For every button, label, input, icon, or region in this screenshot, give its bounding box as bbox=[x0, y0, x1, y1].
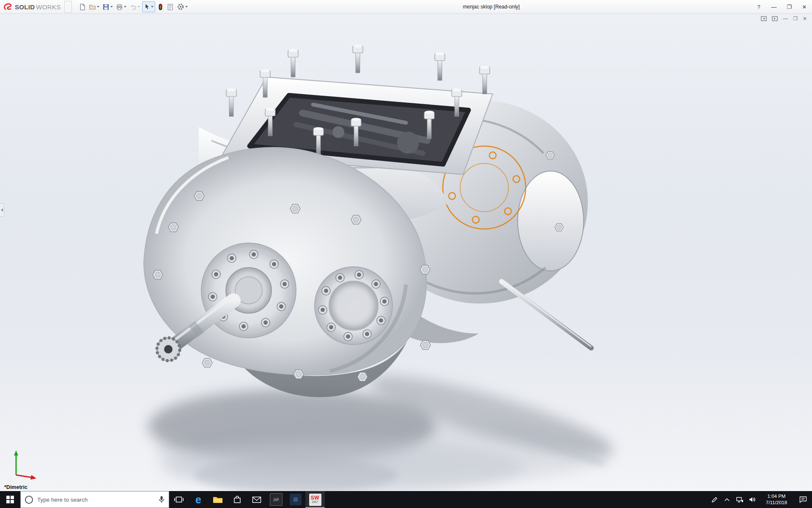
pen-icon bbox=[711, 497, 718, 503]
print-button[interactable] bbox=[115, 1, 127, 12]
doc-restore-button[interactable]: ❐ bbox=[793, 16, 798, 21]
undo-button[interactable] bbox=[129, 1, 141, 12]
mail-button[interactable] bbox=[247, 491, 266, 508]
taskbar-search[interactable] bbox=[20, 491, 169, 508]
mail-envelope-icon bbox=[252, 496, 261, 503]
brand-text-solid: SOLID bbox=[15, 3, 35, 11]
windows-taskbar: e bbox=[0, 491, 812, 508]
save-button[interactable] bbox=[102, 1, 114, 12]
doc-close-button[interactable]: ✕ bbox=[803, 16, 807, 21]
file-explorer-icon bbox=[213, 496, 223, 504]
title-bar: SOLIDWORKS bbox=[0, 0, 812, 14]
taskbar-clock[interactable]: 1:04 PM 7/11/2018 bbox=[759, 491, 794, 508]
save-dropdown-arrow[interactable] bbox=[110, 6, 113, 8]
gearbox-assembly-model[interactable] bbox=[0, 14, 812, 491]
side-bore-flange[interactable] bbox=[315, 267, 392, 345]
windows-logo-icon bbox=[6, 496, 14, 503]
chevron-up-icon bbox=[724, 498, 730, 501]
new-document-icon bbox=[79, 3, 86, 11]
pinned-app-2-button[interactable] bbox=[286, 491, 305, 508]
select-cursor-icon bbox=[144, 3, 150, 10]
close-button[interactable]: ✕ bbox=[797, 0, 812, 14]
open-button[interactable] bbox=[88, 1, 100, 12]
panel-collapse-tab[interactable] bbox=[0, 203, 4, 217]
clock-date: 7/11/2018 bbox=[766, 500, 787, 506]
undo-dropdown-arrow[interactable] bbox=[137, 6, 140, 8]
menu-flyout-button[interactable] bbox=[64, 1, 72, 13]
select-tool-button[interactable] bbox=[142, 1, 155, 12]
options-button[interactable] bbox=[176, 1, 189, 12]
help-button[interactable]: ? bbox=[751, 0, 766, 14]
open-dropdown-arrow[interactable] bbox=[97, 6, 99, 8]
reference-triad bbox=[6, 441, 40, 480]
store-button[interactable] bbox=[228, 491, 247, 508]
document-window-controls: — ❐ ✕ bbox=[761, 16, 807, 21]
file-explorer-button[interactable] bbox=[208, 491, 228, 508]
start-button[interactable] bbox=[0, 491, 20, 508]
search-input[interactable] bbox=[36, 496, 155, 503]
pinned-app-2-icon bbox=[290, 494, 302, 505]
pinned-app-1-icon bbox=[270, 493, 283, 506]
new-document-button[interactable] bbox=[78, 1, 87, 12]
network-button[interactable] bbox=[733, 491, 746, 508]
x-axis-arrow bbox=[16, 475, 32, 478]
sw-label: SW bbox=[311, 495, 319, 500]
brand-text-works: WORKS bbox=[36, 3, 60, 11]
volume-button[interactable] bbox=[746, 491, 759, 508]
store-bag-icon bbox=[233, 495, 241, 504]
pinned-app-1-button[interactable] bbox=[266, 491, 286, 508]
windows-ink-button[interactable] bbox=[708, 491, 721, 508]
print-icon bbox=[116, 3, 123, 11]
open-icon bbox=[89, 3, 96, 11]
task-view-icon bbox=[174, 496, 184, 503]
output-shaft[interactable] bbox=[502, 280, 591, 348]
print-dropdown-arrow[interactable] bbox=[124, 6, 126, 8]
action-center-button[interactable] bbox=[794, 491, 812, 508]
bearing-flange-front[interactable] bbox=[201, 243, 296, 338]
view-orientation-label: *Dimetric bbox=[4, 484, 27, 490]
options-dropdown-arrow[interactable] bbox=[185, 6, 188, 8]
solidworks-taskbar-button[interactable]: SW 2017 bbox=[305, 491, 325, 508]
options-gear-icon bbox=[177, 3, 184, 11]
x-axis-arrowhead bbox=[30, 475, 36, 480]
task-view-button[interactable] bbox=[169, 491, 189, 508]
undo-icon bbox=[129, 3, 137, 11]
display-pane-right-icon[interactable] bbox=[772, 16, 778, 21]
edge-icon: e bbox=[195, 494, 201, 505]
hidden-icons-button[interactable] bbox=[721, 491, 733, 508]
window-controls: ? — ❐ ✕ bbox=[751, 0, 812, 14]
save-icon bbox=[102, 3, 110, 11]
action-center-icon bbox=[799, 496, 807, 503]
microphone-icon[interactable] bbox=[159, 496, 165, 503]
cortana-icon bbox=[25, 496, 33, 504]
solidworks-logo: SOLIDWORKS bbox=[0, 0, 63, 14]
collapse-arrow-icon bbox=[1, 208, 3, 212]
sw-year-label: 2017 bbox=[312, 501, 318, 504]
document-title: menjac sklop [Read-only] bbox=[463, 0, 520, 14]
speaker-icon bbox=[749, 497, 756, 502]
solidworks-window: SOLIDWORKS bbox=[0, 0, 812, 508]
rebuild-button[interactable] bbox=[156, 1, 165, 12]
select-dropdown-arrow[interactable] bbox=[151, 6, 154, 8]
solidworks-app-icon: SW 2017 bbox=[309, 494, 321, 506]
system-tray: 1:04 PM 7/11/2018 bbox=[708, 491, 812, 508]
ds-logo-icon bbox=[3, 2, 14, 11]
edge-button[interactable]: e bbox=[189, 491, 208, 508]
clock-time: 1:04 PM bbox=[768, 493, 786, 500]
rebuild-traffic-light-icon bbox=[157, 3, 164, 11]
quick-toolbar bbox=[78, 0, 189, 14]
graphics-viewport[interactable]: — ❐ ✕ bbox=[0, 14, 812, 491]
file-properties-button[interactable] bbox=[166, 1, 175, 12]
restore-button[interactable]: ❐ bbox=[782, 0, 797, 14]
minimize-button[interactable]: — bbox=[766, 0, 782, 14]
network-icon bbox=[736, 497, 743, 503]
y-axis-arrowhead bbox=[14, 450, 18, 456]
doc-minimize-button[interactable]: — bbox=[783, 16, 788, 21]
display-pane-left-icon[interactable] bbox=[761, 16, 767, 21]
file-properties-icon bbox=[167, 3, 174, 11]
